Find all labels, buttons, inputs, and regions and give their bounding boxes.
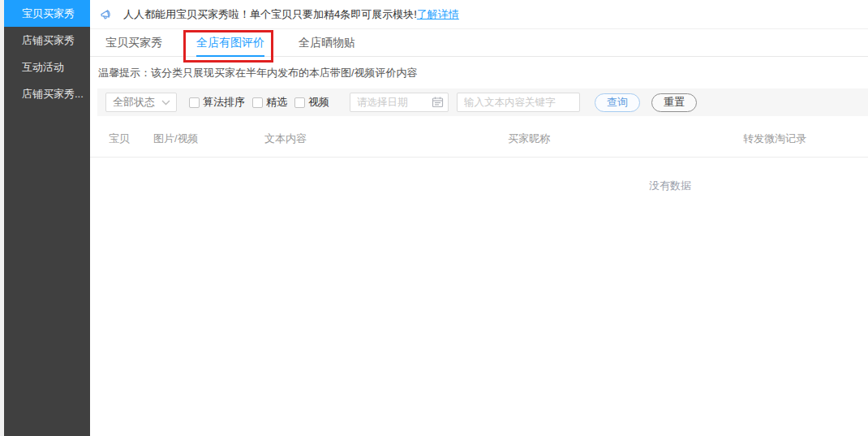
- filter-bar: 全部状态 算法排序 精选 视频: [97, 88, 868, 116]
- keyword-input[interactable]: [457, 93, 580, 112]
- page: 宝贝买家秀 店铺买家秀 互动活动 店铺买家秀... 人人都能用宝贝买家秀啦！单个…: [0, 0, 868, 436]
- query-button[interactable]: 查询: [595, 93, 640, 112]
- column-weitao-forward-record: 转发微淘记录: [743, 132, 868, 146]
- column-product: 宝贝: [109, 132, 153, 146]
- sidebar-item-product-buyer-show[interactable]: 宝贝买家秀: [4, 0, 90, 27]
- sidebar-item-interactive-activity[interactable]: 互动活动: [4, 54, 90, 80]
- checkbox-label: 精选: [266, 95, 287, 110]
- banner-text: 人人都能用宝贝买家秀啦！单个宝贝只要加精4条即可展示模块!: [123, 7, 417, 22]
- tab-product-buyer-show[interactable]: 宝贝买家秀: [105, 29, 162, 57]
- tip-text: 温馨提示：该分类只展现买家在半年内发布的本店带图/视频评价内容: [90, 57, 868, 88]
- status-select-value: 全部状态: [113, 95, 155, 110]
- column-image-video: 图片/视频: [153, 132, 264, 146]
- banner-details-link[interactable]: 了解详情: [417, 7, 459, 22]
- sidebar: 宝贝买家秀 店铺买家秀 互动活动 店铺买家秀...: [4, 0, 90, 436]
- calendar-icon[interactable]: [432, 96, 444, 108]
- column-buyer-nickname: 买家昵称: [508, 132, 743, 146]
- video-checkbox-input[interactable]: [294, 97, 305, 108]
- column-text-content: 文本内容: [264, 132, 508, 146]
- reset-button[interactable]: 重置: [651, 93, 697, 112]
- main-content: 人人都能用宝贝买家秀啦！单个宝贝只要加精4条即可展示模块!了解详情 宝贝买家秀 …: [90, 0, 868, 436]
- announcement-banner: 人人都能用宝贝买家秀啦！单个宝贝只要加精4条即可展示模块!了解详情: [90, 0, 868, 29]
- tab-label: 全店有图评价: [196, 36, 264, 49]
- table-header: 宝贝 图片/视频 文本内容 买家昵称 转发微淘记录: [90, 116, 868, 158]
- tab-bar: 宝贝买家秀 全店有图评价 全店晒物贴: [90, 29, 868, 57]
- algorithm-sort-checkbox[interactable]: 算法排序: [189, 95, 245, 110]
- video-checkbox[interactable]: 视频: [294, 95, 329, 110]
- megaphone-icon: [99, 6, 115, 23]
- sidebar-item-shop-buyer-show[interactable]: 店铺买家秀: [4, 27, 90, 54]
- checkbox-group: 算法排序 精选 视频: [189, 95, 337, 110]
- tab-all-shop-show-posts[interactable]: 全店晒物贴: [299, 29, 355, 57]
- checkbox-label: 视频: [308, 95, 329, 110]
- chevron-down-icon: [161, 100, 170, 106]
- featured-checkbox-input[interactable]: [252, 97, 263, 108]
- checkbox-label: 算法排序: [203, 95, 245, 110]
- empty-state: 没有数据: [90, 158, 868, 193]
- featured-checkbox[interactable]: 精选: [252, 95, 287, 110]
- date-picker: [350, 93, 449, 112]
- algorithm-sort-checkbox-input[interactable]: [189, 97, 200, 108]
- sidebar-item-shop-buyer-show-more[interactable]: 店铺买家秀...: [4, 80, 90, 107]
- tab-all-shop-photo-reviews[interactable]: 全店有图评价: [196, 29, 264, 57]
- status-select[interactable]: 全部状态: [105, 93, 177, 112]
- empty-text: 没有数据: [649, 179, 691, 192]
